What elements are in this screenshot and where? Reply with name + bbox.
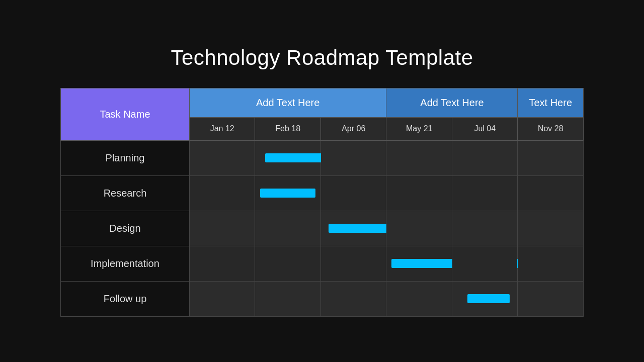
date-5: Jul 04 — [474, 124, 496, 133]
gantt-cell-research-1 — [189, 175, 255, 211]
task-label-followup: Follow up — [61, 281, 190, 316]
gantt-cell-design-1 — [189, 211, 255, 246]
header-group-1: Add Text Here — [189, 88, 386, 117]
gantt-wrapper: Task Name Add Text Here Add Text Here Te… — [60, 88, 584, 317]
gantt-cell-design-6 — [518, 211, 584, 246]
gantt-cell-followup-4 — [386, 281, 452, 316]
task-label-planning: Planning — [61, 140, 190, 175]
gantt-cell-design-3 — [320, 211, 386, 246]
date-3: Apr 06 — [342, 124, 365, 133]
page-title: Technology Roadmap Template — [171, 46, 473, 70]
gantt-cell-planning-6 — [518, 140, 584, 175]
header-group-3-label: Text Here — [529, 97, 572, 108]
header-group-2: Add Text Here — [386, 88, 518, 117]
gantt-cell-followup-5 — [452, 281, 518, 316]
date-1: Jan 12 — [210, 124, 234, 133]
gantt-cell-planning-1 — [189, 140, 255, 175]
header-group-2-label: Add Text Here — [420, 97, 484, 108]
gantt-cell-impl-3 — [320, 246, 386, 281]
table-row-followup: Follow up — [61, 281, 584, 316]
gantt-cell-planning-2 — [255, 140, 321, 175]
gantt-cell-research-4 — [386, 175, 452, 211]
gantt-table: Task Name Add Text Here Add Text Here Te… — [60, 88, 584, 317]
table-row-design: Design — [61, 211, 584, 246]
header-group-3: Text Here — [518, 88, 584, 117]
gantt-cell-impl-4 — [386, 246, 452, 281]
table-row-planning: Planning — [61, 140, 584, 175]
date-col-6: Nov 28 — [518, 117, 584, 140]
table-row-research: Research — [61, 175, 584, 211]
gantt-cell-research-3 — [320, 175, 386, 211]
gantt-cell-planning-3 — [320, 140, 386, 175]
gantt-cell-followup-6 — [518, 281, 584, 316]
date-4: May 21 — [406, 124, 432, 133]
gantt-cell-research-2 — [255, 175, 321, 211]
table-row-implementation: Implementation — [61, 246, 584, 281]
date-col-4: May 21 — [386, 117, 452, 140]
date-col-5: Jul 04 — [452, 117, 518, 140]
header-group-1-label: Add Text Here — [256, 97, 319, 108]
date-2: Feb 18 — [275, 124, 300, 133]
gantt-bar-research — [260, 189, 315, 198]
task-name-header: Task Name — [61, 88, 190, 140]
date-col-3: Apr 06 — [320, 117, 386, 140]
gantt-cell-design-2 — [255, 211, 321, 246]
header-row-groups: Task Name Add Text Here Add Text Here Te… — [61, 88, 584, 117]
gantt-cell-impl-2 — [255, 246, 321, 281]
task-label-implementation: Implementation — [61, 246, 190, 281]
gantt-cell-followup-2 — [255, 281, 321, 316]
task-name-label: Task Name — [100, 109, 150, 120]
gantt-cell-design-4 — [386, 211, 452, 246]
gantt-cell-impl-1 — [189, 246, 255, 281]
gantt-bar-followup — [467, 294, 510, 303]
gantt-cell-followup-3 — [320, 281, 386, 316]
gantt-cell-planning-4 — [386, 140, 452, 175]
date-6: Nov 28 — [538, 124, 564, 133]
gantt-cell-research-5 — [452, 175, 518, 211]
date-col-1: Jan 12 — [189, 117, 255, 140]
gantt-cell-impl-5 — [452, 246, 518, 281]
gantt-cell-followup-1 — [189, 281, 255, 316]
gantt-cell-planning-5 — [452, 140, 518, 175]
gantt-cell-design-5 — [452, 211, 518, 246]
date-col-2: Feb 18 — [255, 117, 321, 140]
task-label-research: Research — [61, 175, 190, 211]
task-label-design: Design — [61, 211, 190, 246]
gantt-cell-research-6 — [518, 175, 584, 211]
gantt-cell-impl-6 — [518, 246, 584, 281]
